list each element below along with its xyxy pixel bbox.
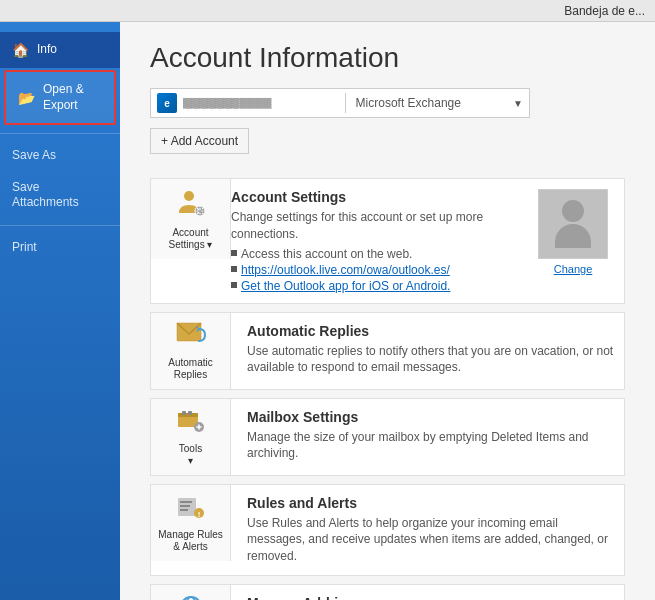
sidebar-divider (0, 133, 120, 134)
content-area: Account Information e ▓▓▓▓▓▓▓▓▓▓▓ Micros… (120, 22, 655, 600)
manage-addins-icon (175, 593, 207, 600)
link-item-3: Get the Outlook app for iOS or Android. (231, 279, 528, 293)
link-item-2: https://outlook.live.com/owa/outlook.es/ (231, 263, 528, 277)
sections: AccountSettings ▾ Account Settings Chang… (120, 178, 655, 600)
account-dropdown[interactable]: e ▓▓▓▓▓▓▓▓▓▓▓ Microsoft Exchange ▼ (150, 88, 530, 118)
sidebar-divider-2 (0, 225, 120, 226)
account-settings-links: Access this account on the web. https://… (231, 247, 528, 293)
mailbox-settings-svg (175, 407, 207, 435)
rules-alerts-content: Rules and Alerts Use Rules and Alerts to… (247, 485, 624, 575)
section-automatic-replies: AutomaticReplies Automatic Replies Use a… (150, 312, 625, 390)
sidebar-item-save-as-label: Save As (12, 148, 56, 164)
rules-alerts-desc: Use Rules and Alerts to help organize yo… (247, 515, 614, 565)
sidebar-item-open-export[interactable]: 📂 Open & Export (4, 70, 116, 125)
account-settings-title: Account Settings (231, 189, 528, 205)
avatar-head (562, 200, 584, 222)
sidebar-item-info-label: Info (37, 42, 57, 58)
account-settings-desc: Change settings for this account or set … (231, 209, 528, 243)
main-layout: 🏠 Info 📂 Open & Export Save As Save Atta… (0, 22, 655, 600)
rules-alerts-svg: ! (175, 493, 207, 521)
top-bar-text: Bandeja de e... (564, 4, 645, 18)
mailbox-settings-content: Mailbox Settings Manage the size of your… (247, 399, 624, 473)
automatic-replies-icon-box[interactable]: AutomaticReplies (151, 313, 231, 389)
sidebar-item-save-attachments[interactable]: Save Attachments (0, 172, 120, 219)
ios-android-link[interactable]: Get the Outlook app for iOS or Android. (241, 279, 450, 293)
svg-text:!: ! (197, 510, 200, 519)
automatic-replies-label: AutomaticReplies (168, 357, 212, 381)
account-settings-left: AccountSettings ▾ Account Settings Chang… (151, 179, 538, 303)
sidebar-item-info[interactable]: 🏠 Info (0, 32, 120, 68)
mailbox-settings-desc: Manage the size of your mailbox by empty… (247, 429, 614, 463)
owa-link[interactable]: https://outlook.live.com/owa/outlook.es/ (241, 263, 450, 277)
section-account-settings: AccountSettings ▾ Account Settings Chang… (150, 178, 625, 304)
rules-alerts-label: Manage Rules& Alerts (158, 529, 222, 553)
section-rules-alerts: ! Manage Rules& Alerts Rules and Alerts … (150, 484, 625, 576)
sidebar-item-save-as[interactable]: Save As (0, 140, 120, 172)
account-type: Microsoft Exchange (356, 96, 508, 110)
sidebar-item-print-label: Print (12, 240, 37, 256)
exchange-icon: e (157, 93, 177, 113)
page-title: Account Information (150, 42, 625, 74)
content-header: Account Information e ▓▓▓▓▓▓▓▓▓▓▓ Micros… (120, 22, 655, 178)
account-name: ▓▓▓▓▓▓▓▓▓▓▓ (183, 97, 335, 109)
link-text-1: Access this account on the web. (241, 247, 412, 261)
manage-addins-icon-box[interactable]: Manage Add-ins (151, 585, 231, 600)
svg-rect-6 (188, 411, 192, 415)
automatic-replies-content: Automatic Replies Use automatic replies … (247, 313, 624, 387)
account-settings-icon (175, 187, 207, 223)
sidebar-item-open-export-label: Open & Export (43, 82, 102, 113)
change-photo-link[interactable]: Change (554, 263, 593, 275)
mailbox-settings-label: Tools▾ (179, 443, 202, 467)
svg-rect-11 (180, 509, 188, 511)
top-bar: Bandeja de e... (0, 0, 655, 22)
mailbox-settings-icon-box[interactable]: Tools▾ (151, 399, 231, 475)
account-selector: e ▓▓▓▓▓▓▓▓▓▓▓ Microsoft Exchange ▼ (150, 88, 625, 118)
manage-addins-svg (175, 593, 207, 600)
automatic-replies-title: Automatic Replies (247, 323, 614, 339)
sidebar-item-save-attachments-label: Save Attachments (12, 180, 108, 211)
link-item-1: Access this account on the web. (231, 247, 528, 261)
sidebar: 🏠 Info 📂 Open & Export Save As Save Atta… (0, 22, 120, 600)
automatic-replies-svg (175, 321, 207, 349)
add-account-button[interactable]: + Add Account (150, 128, 249, 154)
dropdown-arrow-icon: ▼ (513, 98, 523, 109)
add-account-row: + Add Account (150, 128, 625, 154)
avatar-area: Change (538, 179, 624, 303)
mailbox-settings-title: Mailbox Settings (247, 409, 614, 425)
folder-icon: 📂 (18, 90, 35, 106)
svg-rect-9 (180, 501, 192, 503)
account-settings-svg (175, 187, 207, 219)
account-settings-label: AccountSettings ▾ (169, 227, 213, 251)
separator (345, 93, 346, 113)
home-icon: 🏠 (12, 42, 29, 58)
mailbox-settings-icon (175, 407, 207, 439)
avatar-body (555, 224, 591, 248)
bullet-3 (231, 282, 237, 288)
sidebar-item-print[interactable]: Print (0, 232, 120, 264)
automatic-replies-icon (175, 321, 207, 353)
account-settings-icon-box[interactable]: AccountSettings ▾ (151, 179, 231, 259)
rules-alerts-title: Rules and Alerts (247, 495, 614, 511)
bullet-1 (231, 250, 237, 256)
section-manage-addins: Manage Add-ins Manage Add-ins Manage and… (150, 584, 625, 600)
bullet-2 (231, 266, 237, 272)
svg-rect-5 (182, 411, 186, 415)
manage-addins-content: Manage Add-ins Manage and acquire Web Ad… (247, 585, 624, 600)
rules-alerts-icon-box[interactable]: ! Manage Rules& Alerts (151, 485, 231, 561)
section-mailbox-settings: Tools▾ Mailbox Settings Manage the size … (150, 398, 625, 476)
account-settings-content: Account Settings Change settings for thi… (231, 179, 538, 303)
rules-alerts-icon: ! (175, 493, 207, 525)
automatic-replies-desc: Use automatic replies to notify others t… (247, 343, 614, 377)
manage-addins-title: Manage Add-ins (247, 595, 614, 600)
svg-point-0 (184, 191, 194, 201)
avatar-box (538, 189, 608, 259)
avatar-person (555, 200, 591, 248)
svg-rect-10 (180, 505, 190, 507)
